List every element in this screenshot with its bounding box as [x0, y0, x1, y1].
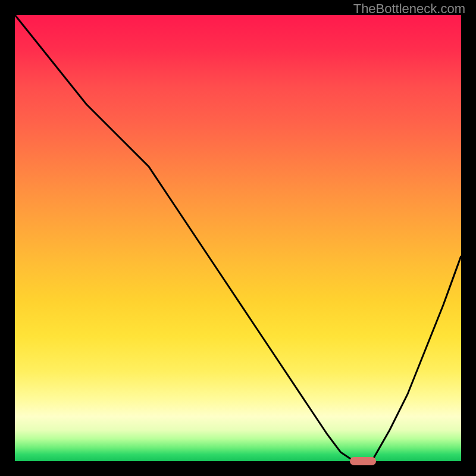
plot-area — [15, 15, 461, 461]
curve-svg — [15, 15, 461, 461]
optimal-marker — [350, 457, 376, 465]
curve-line — [15, 15, 461, 461]
watermark-text: TheBottleneck.com — [353, 1, 465, 17]
